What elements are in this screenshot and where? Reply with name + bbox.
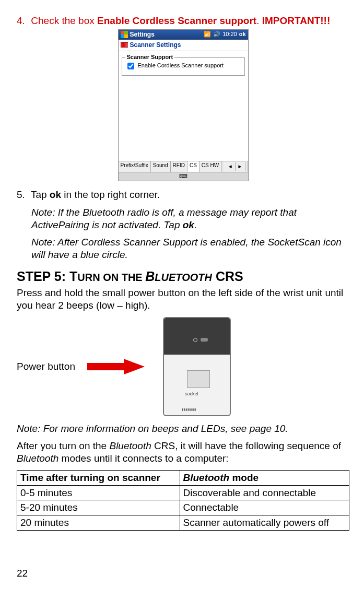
note-beeps-leds: Note: For more information on beeps and …: [17, 423, 349, 435]
step5-text-a: Tap: [31, 189, 50, 200]
table-row: 5-20 minutes Connectable: [17, 500, 349, 515]
cell-mode: Scanner automatically powers off: [180, 515, 349, 531]
cell-mode: Connectable: [180, 500, 349, 515]
th-mode: Bluetooth mode: [180, 470, 349, 485]
windows-logo-icon: [121, 31, 128, 38]
para-bt-sequence: After you turn on the Bluetooth CRS, it …: [17, 440, 349, 465]
enable-cordless-label: Enable Cordless Scanner support: [138, 62, 224, 69]
head-b: URN ON THE: [77, 272, 145, 283]
barcode-icon: [121, 42, 128, 48]
step4-important: IMPORTANT!!!: [262, 15, 331, 26]
cell-time: 20 minutes: [17, 515, 180, 531]
svg-marker-0: [87, 359, 145, 374]
settings-panel: Scanner Support Enable Cordless Scanner …: [119, 51, 248, 161]
cell-time: 5-20 minutes: [17, 500, 180, 515]
cell-mode: Discoverable and connectable: [180, 485, 349, 500]
tab-rfid[interactable]: RFID: [171, 161, 187, 172]
note1-ok: ok: [183, 219, 194, 230]
tab-left-arrow-icon[interactable]: ◄: [226, 162, 236, 171]
table-header-row: Time after turning on scanner Bluetooth …: [17, 470, 349, 485]
scanner-support-group: Scanner Support Enable Cordless Scanner …: [122, 57, 245, 76]
th-mode-i: Bluetooth: [183, 472, 230, 483]
scanner-settings-header: Scanner Settings: [119, 40, 248, 51]
scanner-device-illustration: socket ▮▮▮▮▮▮▮: [163, 317, 231, 416]
screenshot-container: Settings 📶 🔊 10:20 ok Scanner Settings S…: [17, 29, 349, 181]
note-bluecircle: Note: After Cordless Scanner Support is …: [31, 236, 349, 261]
step4-bold: Enable Cordless Scanner support: [97, 15, 256, 26]
table-row: 20 minutes Scanner automatically powers …: [17, 515, 349, 531]
tabs-row: Prefix/Suffix Sound RFID CS CS HW ◄ ►: [119, 161, 248, 172]
tab-prefix-suffix[interactable]: Prefix/Suffix: [119, 161, 151, 172]
step5-heading: STEP 5: TURN ON THE BLUETOOTH CRS: [17, 268, 349, 285]
step4-num: 4.: [17, 15, 28, 27]
p2a: After you turn on the: [17, 440, 109, 451]
keyboard-bar[interactable]: ⌨: [119, 172, 248, 181]
note1-a: Note: If the Bluetooth radio is off, a m…: [31, 207, 297, 230]
th-time: Time after turning on scanner: [17, 470, 180, 485]
p2bt2: Bluetooth: [17, 453, 58, 464]
tab-cs-hw[interactable]: CS HW: [199, 161, 221, 172]
table-row: 0-5 minutes Discoverable and connectable: [17, 485, 349, 500]
settings-window: Settings 📶 🔊 10:20 ok Scanner Settings S…: [118, 29, 249, 181]
page-number: 22: [17, 567, 349, 580]
tab-sound[interactable]: Sound: [151, 161, 171, 172]
signal-icon: 📶: [204, 31, 211, 38]
volume-icon: 🔊: [213, 31, 220, 38]
para-power-instr: Press and hold the small power button on…: [17, 287, 349, 312]
bluetooth-mode-table: Time after turning on scanner Bluetooth …: [17, 470, 349, 531]
step4-post: .: [256, 15, 262, 26]
device-brand: socket: [185, 391, 198, 397]
p2c: modes until it connects to a computer:: [58, 453, 228, 464]
window-titlebar: Settings 📶 🔊 10:20 ok: [119, 30, 248, 40]
titlebar-ok[interactable]: ok: [239, 31, 246, 38]
power-button-label: Power button: [17, 360, 85, 373]
p2bt: Bluetooth: [109, 440, 151, 451]
head-c: B: [145, 269, 155, 284]
tab-cs[interactable]: CS: [187, 161, 199, 172]
titlebar-right: 📶 🔊 10:20 ok: [204, 31, 245, 38]
head-a: STEP 5: T: [17, 269, 77, 284]
step4-line: 4. Check the box Enable Cordless Scanner…: [17, 15, 349, 27]
device-row: Power button socket ▮▮▮▮▮▮▮: [17, 317, 349, 416]
note-activepairing: Note: If the Bluetooth radio is off, a m…: [31, 206, 349, 231]
step5-line: 5. Tap ok in the top right corner.: [17, 189, 349, 201]
titlebar-time: 10:20: [222, 31, 237, 38]
cell-time: 0-5 minutes: [17, 485, 180, 500]
th-mode-r: mode: [229, 472, 259, 483]
step4-pre: Check the box: [31, 15, 97, 26]
step5-text-b: in the top right corner.: [61, 189, 160, 200]
head-e: CRS: [212, 269, 243, 284]
p2b: CRS, it will have the following sequence…: [151, 440, 341, 451]
group-legend: Scanner Support: [125, 54, 175, 61]
note1-b: .: [194, 219, 197, 230]
scanner-settings-label: Scanner Settings: [130, 41, 181, 49]
enable-cordless-checkbox-row[interactable]: Enable Cordless Scanner support: [125, 61, 241, 71]
tab-right-arrow-icon[interactable]: ►: [236, 162, 245, 171]
enable-cordless-checkbox[interactable]: [127, 63, 134, 69]
titlebar-title: Settings: [130, 31, 204, 39]
step5-ok: ok: [50, 189, 61, 200]
head-d: LUETOOTH: [155, 272, 212, 283]
red-arrow-icon: [85, 359, 147, 374]
step5-num: 5.: [17, 189, 28, 201]
